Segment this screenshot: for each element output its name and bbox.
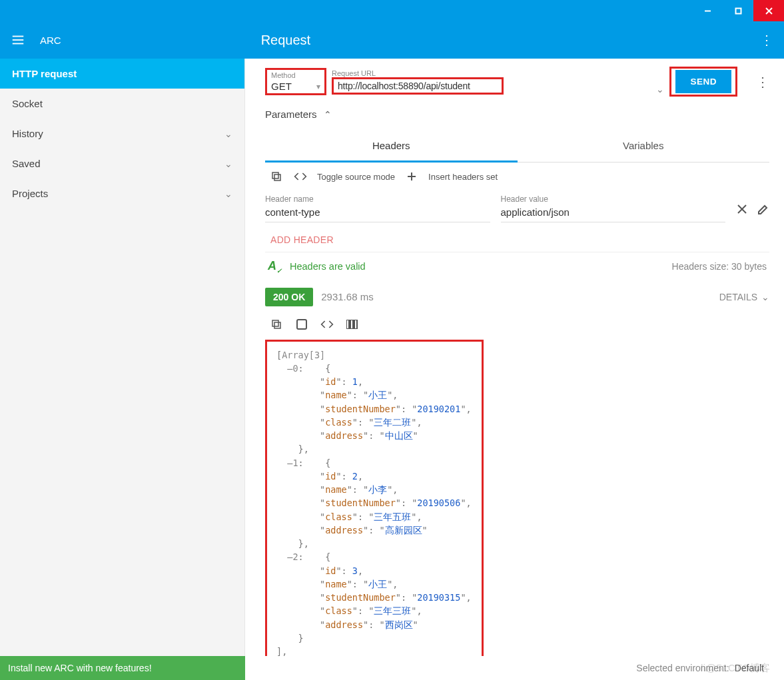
method-select[interactable]: Method GET ▾: [265, 68, 326, 95]
validation-row: A✓ Headers are valid Headers size: 30 by…: [265, 252, 769, 281]
svg-rect-13: [274, 322, 280, 328]
tab-variables[interactable]: Variables: [518, 131, 770, 163]
svg-rect-17: [350, 320, 353, 329]
svg-rect-7: [274, 174, 280, 180]
method-value: GET: [271, 81, 292, 92]
header-name-input[interactable]: content-type: [265, 204, 490, 222]
maximize-button[interactable]: [723, 0, 753, 21]
plus-icon[interactable]: [404, 169, 419, 184]
url-label: Request URL: [332, 69, 651, 77]
header-row: Header name content-type Header value ap…: [265, 194, 769, 222]
svg-rect-1: [735, 8, 741, 13]
response-body[interactable]: [Array[3] —0: { "id": 1, "name": "小王", "…: [265, 340, 484, 656]
headers-size: Headers size: 30 bytes: [672, 261, 767, 272]
request-more-icon[interactable]: ⋮: [756, 74, 769, 90]
params-tabs: Headers Variables: [265, 131, 769, 163]
minimize-button[interactable]: [692, 0, 723, 21]
chevron-up-icon: ⌃: [324, 109, 332, 120]
copy-icon[interactable]: [269, 169, 284, 184]
sidebar-item-label: Socket: [12, 98, 43, 109]
sidebar: HTTP request Socket History ⌄ Saved ⌄ Pr…: [0, 59, 245, 656]
sidebar-item-http-request[interactable]: HTTP request: [0, 59, 244, 89]
app-bar: ARC Request ⋮: [0, 21, 784, 59]
headers-toolbar: Toggle source mode Insert headers set: [265, 163, 769, 190]
close-button[interactable]: [753, 0, 784, 21]
response-toolbar: [265, 306, 769, 338]
sidebar-item-label: Saved: [12, 158, 41, 169]
app-name: ARC: [40, 35, 61, 46]
status-badge: 200 OK: [265, 288, 313, 306]
download-icon[interactable]: [294, 317, 309, 332]
response-time: 2931.68 ms: [321, 291, 373, 302]
status-row: 200 OK 2931.68 ms DETAILS ⌄: [265, 288, 769, 306]
chevron-down-icon: ▾: [316, 82, 320, 91]
delete-header-icon[interactable]: [736, 203, 748, 218]
footer: Install new ARC with new features! Selec…: [0, 656, 784, 680]
columns-icon[interactable]: [345, 317, 360, 332]
menu-icon[interactable]: [11, 33, 37, 47]
valid-icon: A✓: [268, 259, 282, 274]
sidebar-item-projects[interactable]: Projects ⌄: [0, 178, 244, 208]
chevron-down-icon[interactable]: ⌄: [656, 84, 664, 95]
chevron-down-icon: ⌄: [224, 188, 232, 199]
svg-rect-16: [346, 320, 349, 329]
code-icon[interactable]: [293, 169, 308, 184]
page-title: Request: [261, 33, 311, 48]
sidebar-item-label: Projects: [12, 188, 48, 199]
chevron-down-icon: ⌄: [224, 159, 232, 169]
send-button-box: SEND: [669, 67, 737, 97]
validation-message: Headers are valid: [290, 261, 366, 272]
url-value: http://localhost:58890/api/student: [338, 79, 470, 91]
add-header-button[interactable]: ADD HEADER: [265, 222, 769, 252]
window-titlebar: [0, 0, 784, 21]
header-name-label: Header name: [265, 194, 490, 204]
details-toggle[interactable]: DETAILS ⌄: [719, 292, 769, 302]
insert-set-label[interactable]: Insert headers set: [428, 172, 498, 182]
chevron-down-icon: ⌄: [761, 292, 769, 302]
svg-rect-18: [354, 320, 357, 329]
sidebar-item-label: History: [12, 128, 43, 139]
sidebar-item-label: HTTP request: [12, 68, 77, 79]
edit-header-icon[interactable]: [757, 203, 769, 218]
sidebar-item-socket[interactable]: Socket: [0, 89, 244, 119]
svg-rect-8: [272, 172, 278, 178]
header-value-label: Header value: [501, 194, 726, 204]
parameters-toggle[interactable]: Parameters ⌃: [265, 109, 769, 120]
url-input[interactable]: http://localhost:58890/api/student: [332, 77, 504, 95]
watermark: li@51CTO博客: [701, 662, 771, 675]
parameters-label: Parameters: [265, 109, 317, 120]
main-panel: Method GET ▾ Request URL http://localhos…: [245, 59, 784, 656]
method-label: Method: [271, 71, 320, 79]
tab-headers[interactable]: Headers: [265, 131, 518, 163]
appbar-more-icon[interactable]: ⋮: [760, 32, 773, 48]
svg-rect-14: [272, 320, 278, 326]
code-icon[interactable]: [320, 317, 334, 332]
copy-icon[interactable]: [269, 317, 284, 332]
sidebar-item-history[interactable]: History ⌄: [0, 119, 244, 149]
header-value-input[interactable]: application/json: [501, 204, 726, 222]
chevron-down-icon: ⌄: [224, 129, 232, 139]
sidebar-item-saved[interactable]: Saved ⌄: [0, 149, 244, 178]
toggle-source-label[interactable]: Toggle source mode: [317, 172, 395, 182]
send-button[interactable]: SEND: [675, 70, 731, 93]
request-row: Method GET ▾ Request URL http://localhos…: [265, 67, 769, 97]
install-banner[interactable]: Install new ARC with new features!: [0, 656, 245, 680]
